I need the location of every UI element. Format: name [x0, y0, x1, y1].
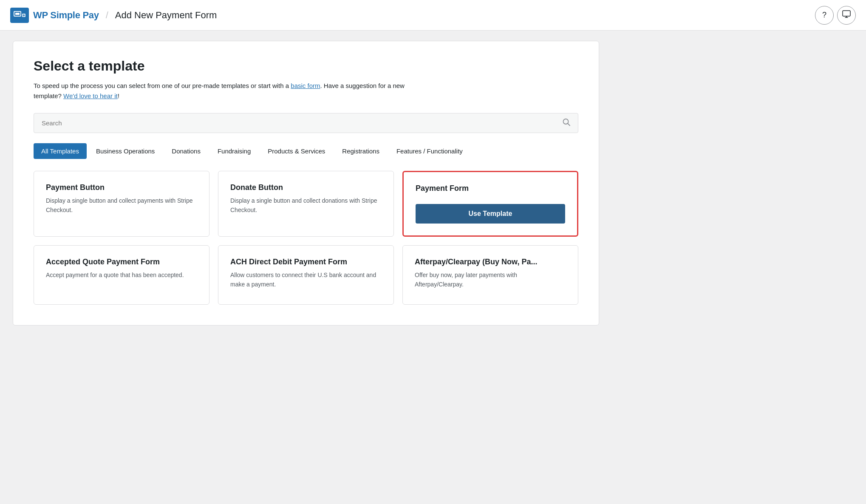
svg-rect-4 — [843, 11, 850, 16]
filter-tab-all[interactable]: All Templates — [34, 143, 87, 159]
page-heading: Select a template — [34, 58, 578, 74]
template-title-accepted-quote: Accepted Quote Payment Form — [46, 258, 197, 266]
use-template-button-payment-form[interactable]: Use Template — [416, 204, 565, 224]
template-selector-card: Select a template To speed up the proces… — [13, 41, 599, 326]
template-card-payment-form[interactable]: Payment FormUse Template — [402, 171, 578, 237]
monitor-icon — [842, 10, 851, 20]
template-desc-accepted-quote: Accept payment for a quote that has been… — [46, 271, 197, 292]
main-content: Select a template To speed up the proces… — [0, 31, 612, 343]
filter-tab-business[interactable]: Business Operations — [88, 143, 162, 159]
template-title-donate-button: Donate Button — [230, 183, 382, 192]
template-card-ach-debit[interactable]: ACH Direct Debit Payment FormAllow custo… — [218, 245, 394, 305]
logo-text: WP Simple Pay — [33, 10, 99, 21]
template-title-ach-debit: ACH Direct Debit Payment Form — [230, 258, 382, 266]
template-title-payment-button: Payment Button — [46, 183, 197, 192]
template-desc-afterpay: Offer buy now, pay later payments with A… — [415, 271, 566, 292]
filter-tab-donations[interactable]: Donations — [164, 143, 208, 159]
template-desc-ach-debit: Allow customers to connect their U.S ban… — [230, 271, 382, 292]
admin-bar-divider: / — [106, 10, 108, 21]
filter-tab-fundraising[interactable]: Fundraising — [210, 143, 258, 159]
filter-tab-products[interactable]: Products & Services — [260, 143, 333, 159]
template-title-payment-form: Payment Form — [416, 184, 565, 193]
search-icon — [562, 118, 571, 128]
monitor-button[interactable] — [837, 6, 856, 25]
template-card-payment-button[interactable]: Payment ButtonDisplay a single button an… — [34, 171, 209, 237]
template-desc-donate-button: Display a single button and collect dona… — [230, 196, 382, 224]
template-card-accepted-quote[interactable]: Accepted Quote Payment FormAccept paymen… — [34, 245, 209, 305]
svg-rect-2 — [15, 13, 20, 15]
admin-bar-actions: ? — [815, 6, 856, 25]
template-desc-payment-button: Display a single button and collect paym… — [46, 196, 197, 224]
desc-text-3: ! — [118, 92, 119, 99]
filter-tabs: All TemplatesBusiness OperationsDonation… — [34, 143, 578, 159]
filter-tab-features[interactable]: Features / Functionality — [389, 143, 470, 159]
template-title-afterpay: Afterpay/Clearpay (Buy Now, Pa... — [415, 258, 566, 266]
help-button[interactable]: ? — [815, 6, 834, 25]
help-icon: ? — [822, 11, 826, 20]
admin-bar-page-title: Add New Payment Form — [115, 10, 217, 21]
suggestion-link[interactable]: We'd love to hear it — [63, 92, 118, 99]
template-card-afterpay[interactable]: Afterpay/Clearpay (Buy Now, Pa...Offer b… — [402, 245, 578, 305]
logo-icon — [10, 8, 29, 23]
desc-text-1: To speed up the process you can select f… — [34, 82, 291, 89]
page-description: To speed up the process you can select f… — [34, 81, 416, 101]
basic-form-link[interactable]: basic form — [291, 82, 320, 89]
search-container — [34, 113, 578, 133]
templates-grid: Payment ButtonDisplay a single button an… — [34, 171, 578, 305]
admin-bar: WP Simple Pay / Add New Payment Form ? — [0, 0, 866, 31]
logo-link[interactable]: WP Simple Pay — [10, 8, 99, 23]
filter-tab-registrations[interactable]: Registrations — [334, 143, 387, 159]
template-card-donate-button[interactable]: Donate ButtonDisplay a single button and… — [218, 171, 394, 237]
search-input[interactable] — [34, 113, 578, 133]
